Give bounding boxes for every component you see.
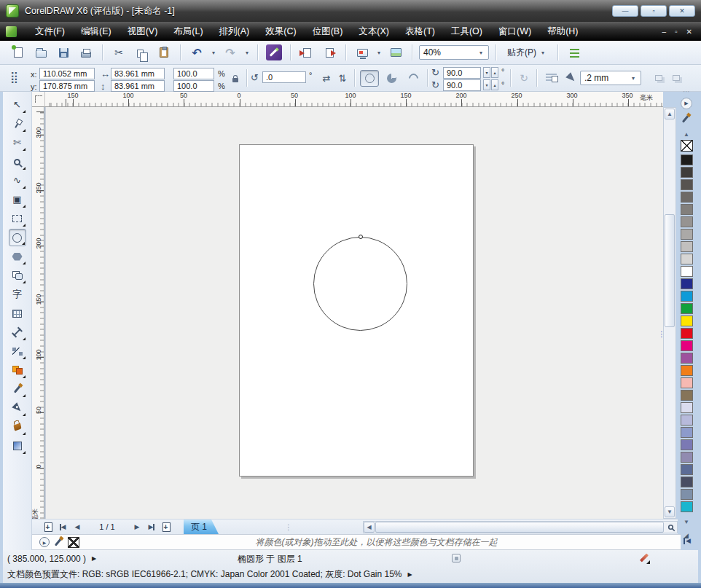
menu-table[interactable]: 表格(T) (397, 23, 443, 41)
close-button[interactable]: ✕ (669, 5, 695, 17)
pick-tool[interactable]: ↖ (9, 96, 26, 114)
polygon-tool[interactable] (9, 248, 26, 265)
palette-swatch[interactable] (681, 204, 693, 215)
palette-scroll-down[interactable]: ▼ (684, 519, 689, 525)
arc-mode-button[interactable] (404, 70, 423, 87)
previous-page-button[interactable]: ◀ (70, 520, 85, 533)
rectangle-tool[interactable] (9, 210, 26, 227)
palette-swatch[interactable] (681, 192, 693, 203)
drawing-canvas[interactable] (45, 107, 663, 519)
shape-tool[interactable] (9, 115, 26, 133)
next-page-button[interactable]: ▶ (130, 520, 144, 533)
menu-help[interactable]: 帮助(H) (539, 23, 586, 41)
application-launcher-button[interactable] (353, 43, 372, 62)
palette-swatch[interactable] (681, 415, 693, 426)
docker-grip-icon[interactable]: ⋮ (658, 330, 665, 338)
restore-button[interactable]: ▫ (641, 5, 667, 17)
y-position-field[interactable]: 170.875 mm (39, 80, 95, 92)
text-tool[interactable]: 字 (9, 286, 26, 303)
import-button[interactable] (297, 43, 316, 62)
application-launcher-dropdown[interactable]: ▾ (375, 50, 383, 56)
print-button[interactable] (77, 43, 95, 62)
horizontal-ruler[interactable]: 15010050050100150200250300350 (45, 92, 663, 107)
outline-indicator-icon[interactable] (638, 552, 650, 564)
zoom-scrollbar-button[interactable] (665, 522, 677, 533)
scroll-down-button[interactable]: ▼ (665, 506, 675, 517)
menu-effects[interactable]: 效果(C) (257, 23, 304, 41)
palette-swatch[interactable] (681, 303, 693, 314)
no-color-swatch[interactable] (681, 140, 693, 152)
palette-swatch[interactable] (681, 452, 693, 463)
mdi-restore-button[interactable]: ▫ (675, 28, 678, 36)
lock-ratio-button[interactable] (229, 72, 242, 85)
freehand-tool[interactable]: ∿ (9, 172, 26, 189)
table-tool[interactable] (9, 305, 26, 322)
vertical-scroll-thumb[interactable] (665, 214, 675, 327)
palette-swatch[interactable] (681, 154, 693, 165)
pie-mode-button[interactable] (382, 70, 401, 87)
redo-button[interactable]: ↷ (221, 43, 240, 62)
menu-view[interactable]: 视图(V) (120, 23, 166, 41)
palette-swatch[interactable] (681, 328, 693, 339)
undo-button[interactable]: ↶ (187, 43, 206, 62)
mirror-vertical-button[interactable]: ⇅ (335, 71, 350, 85)
dock-collapse-button[interactable]: ◀ (684, 537, 691, 544)
mdi-close-button[interactable]: ✕ (686, 28, 692, 36)
palette-swatch[interactable] (681, 501, 693, 512)
undo-dropdown[interactable]: ▾ (210, 50, 217, 56)
smart-fill-tool[interactable]: ▣ (9, 191, 26, 208)
palette-swatch[interactable] (681, 254, 693, 264)
palette-eyedropper-icon[interactable] (682, 115, 689, 122)
scale-x-field[interactable]: 100.0 (173, 68, 214, 79)
redo-dropdown[interactable]: ▾ (243, 50, 251, 56)
palette-swatch[interactable] (681, 266, 693, 277)
palette-scroll-up[interactable]: ▲ (684, 131, 689, 138)
palette-swatch[interactable] (681, 365, 693, 376)
basic-shapes-tool[interactable] (9, 267, 26, 284)
new-document-button[interactable] (9, 43, 28, 62)
menu-arrange[interactable]: 排列(A) (211, 23, 258, 41)
outline-pen-tool[interactable] (9, 399, 26, 417)
fill-tool[interactable] (9, 418, 26, 436)
connector-tool[interactable] (9, 342, 26, 360)
object-origin-icon[interactable]: ⣿ (10, 72, 18, 82)
arc-end-spinner[interactable]: ▾▴ (483, 79, 498, 90)
palette-swatch[interactable] (681, 489, 693, 500)
rotation-angle-field[interactable]: .0 (262, 71, 306, 83)
menu-file[interactable]: 文件(F) (27, 23, 73, 41)
vertical-ruler[interactable]: 300250200150100500 (32, 107, 44, 519)
palette-swatch[interactable] (681, 167, 693, 178)
change-direction-button[interactable]: ↻ (516, 71, 532, 85)
menu-bitmaps[interactable]: 位图(B) (305, 23, 351, 41)
palette-swatch[interactable] (681, 477, 693, 487)
menu-layout[interactable]: 布局(L) (165, 23, 211, 41)
zoom-level-combo[interactable]: 40% ▾ (419, 45, 489, 60)
search-content-button[interactable] (265, 43, 283, 62)
color-eyedropper-tool[interactable] (9, 380, 26, 398)
x-position-field[interactable]: 110.052 mm (39, 68, 95, 79)
document-palette-eyedropper-icon[interactable] (55, 538, 61, 546)
horizontal-scrollbar[interactable]: ◀ (363, 521, 678, 533)
palette-swatch[interactable] (681, 241, 693, 252)
palette-swatch[interactable] (681, 291, 693, 302)
first-page-button[interactable]: ◀ (55, 520, 70, 533)
minimize-button[interactable]: — (612, 5, 638, 17)
object-width-field[interactable]: 83.961 mm (111, 68, 165, 79)
scale-y-field[interactable]: 100.0 (173, 80, 214, 92)
ellipse-tool[interactable] (9, 229, 26, 246)
document-palette-flyout-button[interactable]: ▶ (39, 537, 50, 547)
add-page-end-button[interactable] (159, 520, 173, 533)
mdi-minimize-button[interactable]: – (662, 28, 667, 36)
coords-flyout-icon[interactable]: ▶ (92, 555, 96, 562)
palette-swatch[interactable] (681, 377, 693, 388)
welcome-screen-button[interactable] (386, 43, 405, 62)
ellipse-node[interactable] (359, 235, 363, 239)
vertical-scrollbar[interactable]: ▲ ▼ (663, 107, 676, 519)
palette-swatch[interactable] (681, 278, 693, 289)
arc-end-field[interactable]: 90.0 (443, 79, 481, 91)
copy-button[interactable] (132, 43, 151, 62)
wrap-text-button[interactable] (542, 71, 560, 85)
menu-window[interactable]: 窗口(W) (490, 23, 539, 41)
interactive-fill-tool[interactable] (9, 437, 26, 455)
menu-edit[interactable]: 编辑(E) (73, 23, 120, 41)
